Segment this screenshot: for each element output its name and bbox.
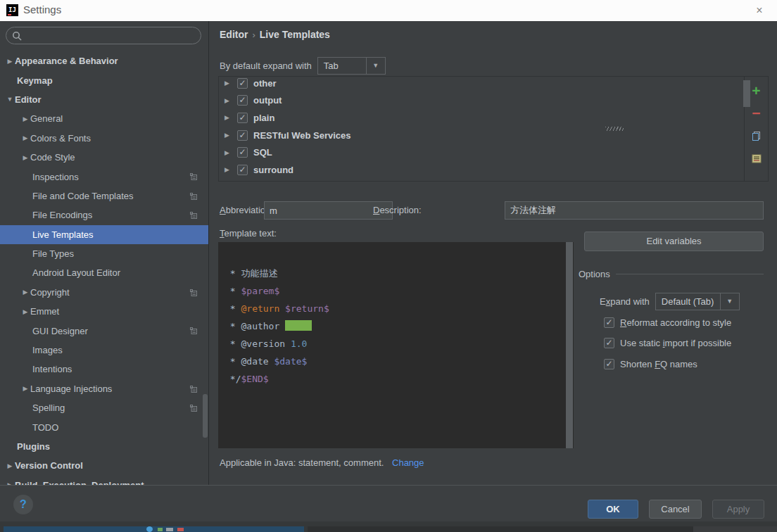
checkbox-checked[interactable]: ✓ xyxy=(237,113,248,123)
template-text-label: Template text: xyxy=(220,228,277,239)
options-label: Options xyxy=(579,269,610,279)
template-group-restful[interactable]: ▶✓RESTful Web Services xyxy=(219,127,744,144)
chevron-right-icon[interactable]: ▶ xyxy=(225,166,237,173)
search-icon xyxy=(12,31,22,41)
chevron-right-icon[interactable]: ▶ xyxy=(20,154,30,161)
sidebar-item-emmet[interactable]: ▶Emmet xyxy=(0,302,209,321)
settings-tree: ▶Appearance & Behavior Keymap ▼Editor ▶G… xyxy=(0,51,209,485)
close-icon[interactable]: × xyxy=(752,3,767,18)
default-expand-dropdown[interactable]: Tab ▼ xyxy=(317,57,386,75)
sidebar-item-inspections[interactable]: Inspections xyxy=(0,167,209,186)
modified-settings-icon xyxy=(189,327,198,337)
checkbox-checked[interactable]: ✓ xyxy=(237,95,248,106)
sidebar-item-general[interactable]: ▶General xyxy=(0,109,209,128)
sidebar-item-spelling[interactable]: Spelling xyxy=(0,398,209,417)
sidebar-item-label: Inspections xyxy=(32,172,79,182)
duplicate-icon xyxy=(751,131,762,141)
chevron-right-icon[interactable]: ▶ xyxy=(20,289,30,296)
search-input[interactable] xyxy=(25,29,194,42)
template-text-editor[interactable]: * 功能描述 * $parem$ * @return $return$ * @a… xyxy=(218,242,574,448)
help-button[interactable]: ? xyxy=(13,495,33,514)
search-box[interactable] xyxy=(6,27,201,44)
reformat-label: Reformat according to style xyxy=(620,317,731,328)
static-import-checkbox-row[interactable]: ✓ Use static import if possible xyxy=(604,338,731,348)
sidebar-item-todo[interactable]: TODO xyxy=(0,417,209,436)
sidebar-item-images[interactable]: Images xyxy=(0,341,209,360)
sidebar-scrollbar[interactable] xyxy=(203,394,208,438)
template-group-sql[interactable]: ▶✓SQL xyxy=(219,144,744,161)
sidebar-item-plugins[interactable]: Plugins xyxy=(0,437,209,456)
checkbox-checked[interactable]: ✓ xyxy=(604,317,614,328)
sidebar-item-live-templates[interactable]: Live Templates xyxy=(0,225,209,244)
group-label: RESTful Web Services xyxy=(253,130,350,141)
settings-dialog: IJ Settings × ▶Appearance & Behavior Key… xyxy=(0,0,777,532)
chevron-down-icon[interactable]: ▼ xyxy=(720,293,739,310)
duplicate-button[interactable] xyxy=(745,125,768,147)
checkbox-checked[interactable]: ✓ xyxy=(604,338,614,348)
checkbox-checked[interactable]: ✓ xyxy=(237,147,248,158)
intellij-logo-icon: IJ xyxy=(6,4,18,16)
sidebar-item-label: Copyright xyxy=(30,287,70,298)
cancel-button[interactable]: Cancel xyxy=(649,500,702,519)
sidebar-item-android-layout-editor[interactable]: Android Layout Editor xyxy=(0,263,209,282)
change-link[interactable]: Change xyxy=(392,457,424,468)
chevron-right-icon[interactable]: ▶ xyxy=(225,114,237,121)
sidebar-item-code-style[interactable]: ▶Code Style xyxy=(0,148,209,167)
chevron-right-icon[interactable]: ▶ xyxy=(20,115,30,122)
sidebar-item-copyright[interactable]: ▶Copyright xyxy=(0,283,209,302)
template-group-other[interactable]: ▶✓other xyxy=(219,75,744,92)
chevron-right-icon[interactable]: ▶ xyxy=(225,149,237,156)
chevron-right-icon[interactable]: ▶ xyxy=(20,134,30,141)
breadcrumb-live-templates: Live Templates xyxy=(260,29,330,40)
sidebar-item-appearance-behavior[interactable]: ▶Appearance & Behavior xyxy=(0,51,209,70)
chevron-right-icon[interactable]: ▶ xyxy=(20,308,30,315)
checkbox-checked[interactable]: ✓ xyxy=(237,78,248,89)
sidebar-item-file-types[interactable]: File Types xyxy=(0,244,209,263)
sidebar-item-file-encodings[interactable]: File Encodings xyxy=(0,205,209,224)
sidebar-item-gui-designer[interactable]: GUI Designer xyxy=(0,321,209,340)
sidebar-item-keymap[interactable]: Keymap xyxy=(0,70,209,89)
expand-with-dropdown[interactable]: Default (Tab) ▼ xyxy=(655,293,740,310)
description-field[interactable] xyxy=(505,201,764,220)
description-label: Description: xyxy=(373,205,422,215)
template-group-surround[interactable]: ▶✓surround xyxy=(219,161,744,179)
chevron-down-icon[interactable]: ▼ xyxy=(366,58,385,74)
editor-scrollbar[interactable] xyxy=(566,242,573,448)
sidebar-item-label: File and Code Templates xyxy=(32,191,134,201)
sidebar-item-editor[interactable]: ▼Editor xyxy=(0,90,209,109)
window-title: Settings xyxy=(23,4,61,15)
chevron-right-icon[interactable]: ▶ xyxy=(225,97,237,104)
background-mark xyxy=(177,528,184,531)
chevron-right-icon[interactable]: ▶ xyxy=(5,462,15,469)
sidebar-item-language-injections[interactable]: ▶Language Injections xyxy=(0,379,209,398)
ok-button[interactable]: OK xyxy=(588,500,638,519)
sidebar-item-colors-fonts[interactable]: ▶Colors & Fonts xyxy=(0,129,209,148)
dialog-footer: ? OK Cancel Apply xyxy=(0,485,777,521)
checkbox-checked[interactable]: ✓ xyxy=(237,165,248,175)
checkbox-checked[interactable]: ✓ xyxy=(604,359,614,369)
chevron-right-icon[interactable]: ▶ xyxy=(225,132,237,139)
sidebar-item-build-execution-deployment[interactable]: ▶Build, Execution, Deployment xyxy=(0,476,209,485)
template-group-plain[interactable]: ▶✓plain xyxy=(219,109,744,127)
expand-with-value: Default (Tab) xyxy=(656,293,720,310)
chevron-right-icon[interactable]: ▶ xyxy=(225,80,237,87)
chevron-right-icon[interactable]: ▶ xyxy=(20,385,30,392)
sidebar-item-intentions[interactable]: Intentions xyxy=(0,360,209,379)
sidebar-item-version-control[interactable]: ▶Version Control xyxy=(0,456,209,475)
chevron-right-icon[interactable]: ▶ xyxy=(5,58,15,65)
edit-variables-button[interactable]: Edit variables xyxy=(584,232,764,251)
reformat-checkbox-row[interactable]: ✓ Reformat according to style xyxy=(604,317,731,328)
options-section: Options xyxy=(579,269,764,279)
options-divider xyxy=(616,274,764,274)
list-scrollbar[interactable] xyxy=(743,80,750,107)
splitter-grip[interactable] xyxy=(605,127,624,131)
sidebar-item-file-code-templates[interactable]: File and Code Templates xyxy=(0,186,209,205)
modified-settings-icon xyxy=(189,404,198,414)
applicable-row: Applicable in Java: statement, comment. … xyxy=(220,457,424,468)
chevron-down-icon[interactable]: ▼ xyxy=(5,96,15,103)
shorten-fq-checkbox-row[interactable]: ✓ Shorten FQ names xyxy=(604,359,697,369)
paste-button[interactable] xyxy=(745,147,768,170)
template-group-output[interactable]: ▶✓output xyxy=(219,92,744,110)
shorten-fq-label: Shorten FQ names xyxy=(620,359,697,369)
checkbox-checked[interactable]: ✓ xyxy=(237,130,248,141)
